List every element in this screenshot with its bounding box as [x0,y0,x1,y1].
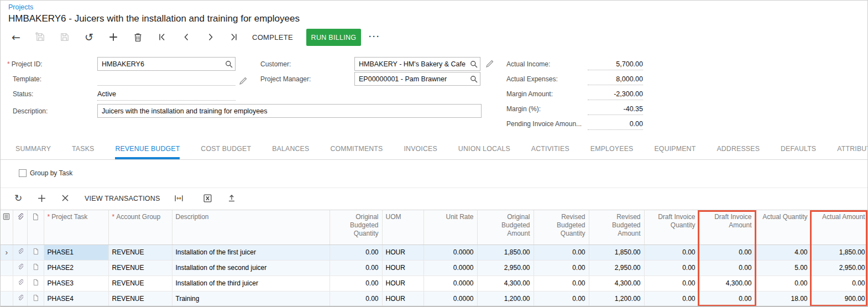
cell-original-budgeted-amount[interactable]: 2,950.00 [477,260,534,275]
tab-defaults[interactable]: DEFAULTS [781,139,816,159]
cell-project-task[interactable]: PHASE2 [44,260,108,275]
cell-draft-invoice-quantity[interactable]: 0.00 [644,260,699,275]
attachment-icon[interactable] [13,244,27,260]
cell-description[interactable]: Training [172,291,330,306]
column-header-original-budgeted-amount[interactable]: Original Budgeted Amount [477,210,534,244]
cell-project-task[interactable]: PHASE3 [44,275,108,291]
cell-original-budgeted-quantity[interactable]: 0.00 [330,291,382,306]
tab-invoices[interactable]: INVOICES [404,139,437,159]
cell-account-group[interactable]: REVENUE [108,244,172,260]
attachment-column-icon[interactable] [13,210,27,244]
tab-equipment[interactable]: EQUIPMENT [654,139,696,159]
cell-revised-budgeted-quantity[interactable]: 0.00 [534,275,589,291]
cell-revised-budgeted-quantity[interactable]: 0.00 [534,244,589,260]
column-header-actual-quantity[interactable]: Actual Quantity [755,210,811,244]
cell-actual-quantity[interactable]: 4.00 [755,244,811,260]
tab-union-locals[interactable]: UNION LOCALS [458,139,510,159]
cell-revised-budgeted-amount[interactable]: 4,300.00 [589,275,644,291]
column-header-uom[interactable]: UOM [382,210,423,244]
row-selector[interactable] [1,275,13,291]
column-header-draft-invoice-amount[interactable]: Draft Invoice Amount [699,210,755,244]
lookup-icon[interactable] [468,72,480,85]
row-settings-icon[interactable] [1,210,13,244]
project-id-input[interactable] [98,58,223,70]
complete-button[interactable]: COMPLETE [252,33,293,41]
cell-description[interactable]: Installation of the first juicer [172,244,330,260]
cell-actual-amount[interactable]: 900.00 [811,291,868,306]
attachment-icon[interactable] [13,260,27,275]
cell-draft-invoice-quantity[interactable]: 0.00 [644,291,699,306]
group-by-task-checkbox[interactable]: Group by Task [19,169,72,177]
cell-unit-rate[interactable]: 0.0000 [423,291,477,306]
save-and-close-icon[interactable] [34,30,47,44]
column-header-revised-budgeted-amount[interactable]: Revised Budgeted Amount [589,210,644,244]
go-next-icon[interactable] [204,30,217,44]
cell-actual-quantity[interactable]: 18.00 [755,291,811,306]
lookup-icon[interactable] [468,58,480,70]
column-header-revised-budgeted-quantity[interactable]: Revised Budgeted Quantity [534,210,589,244]
cell-draft-invoice-quantity[interactable]: 0.00 [644,244,699,260]
delete-row-icon[interactable] [59,191,72,205]
cell-revised-budgeted-amount[interactable]: 1,200.00 [589,291,644,306]
description-field[interactable] [97,104,482,118]
cell-revised-budgeted-quantity[interactable]: 0.00 [534,260,589,275]
checkbox-icon[interactable] [19,169,27,177]
cell-original-budgeted-quantity[interactable]: 0.00 [330,260,382,275]
cell-account-group[interactable]: REVENUE [108,291,172,306]
cell-unit-rate[interactable]: 0.0000 [423,244,477,260]
cell-project-task[interactable]: PHASE4 [44,291,108,306]
project-manager-input[interactable] [355,72,468,85]
tab-activities[interactable]: ACTIVITIES [531,139,569,159]
cell-revised-budgeted-quantity[interactable]: 0.00 [534,291,589,306]
cell-draft-invoice-amount[interactable]: 0.00 [699,291,755,306]
refresh-icon[interactable]: ↻ [12,191,25,205]
view-transactions-button[interactable]: VIEW TRANSACTIONS [85,195,160,202]
cell-actual-amount[interactable]: 0.00 [811,275,868,291]
cell-actual-amount[interactable]: 2,950.00 [811,260,868,275]
note-column-icon[interactable] [27,210,44,244]
attachment-icon[interactable] [13,291,27,306]
cell-account-group[interactable]: REVENUE [108,275,172,291]
row-selector[interactable]: › [1,244,13,260]
description-input[interactable] [98,105,481,117]
cell-draft-invoice-quantity[interactable]: 0.00 [644,275,699,291]
go-previous-icon[interactable] [180,30,193,44]
note-icon[interactable] [27,244,44,260]
tab-balances[interactable]: BALANCES [272,139,309,159]
column-header-description[interactable]: Description [172,210,330,244]
go-last-icon[interactable] [227,30,240,44]
cell-revised-budgeted-amount[interactable]: 2,950.00 [589,260,644,275]
cell-uom[interactable]: HOUR [382,244,423,260]
cell-original-budgeted-quantity[interactable]: 0.00 [330,275,382,291]
project-id-field[interactable] [97,57,236,71]
more-icon[interactable]: ··· [369,32,380,41]
column-header-unit-rate[interactable]: Unit Rate [423,210,477,244]
cell-draft-invoice-amount[interactable]: 0.00 [699,244,755,260]
project-manager-field[interactable] [354,72,480,86]
note-icon[interactable] [27,291,44,306]
column-header-draft-invoice-quantity[interactable]: Draft Invoice Quantity [644,210,699,244]
run-billing-button[interactable]: RUN BILLING [306,29,361,46]
cell-description[interactable]: Installation of the second juicer [172,260,330,275]
tab-addresses[interactable]: ADDRESSES [717,139,760,159]
note-icon[interactable] [27,260,44,275]
delete-icon[interactable] [131,30,144,44]
customer-field[interactable] [354,57,480,71]
note-icon[interactable] [27,275,44,291]
cell-draft-invoice-amount[interactable]: 0.00 [699,260,755,275]
template-field[interactable] [97,76,236,86]
cell-description[interactable]: Installation of the third juicer [172,275,330,291]
column-header-actual-amount[interactable]: Actual Amount [811,210,868,244]
cell-uom[interactable]: HOUR [382,260,423,275]
undo-icon[interactable]: ↺ [82,30,96,44]
column-header-account-group[interactable]: *Account Group [108,210,172,244]
fit-width-icon[interactable] [172,191,185,205]
upload-icon[interactable] [225,191,238,205]
tab-attributes[interactable]: ATTRIBUTES [837,139,868,159]
cell-project-task[interactable]: PHASE1 [44,244,108,260]
tab-commitments[interactable]: COMMITMENTS [330,139,383,159]
cell-actual-quantity[interactable]: 5.00 [755,260,811,275]
export-excel-icon[interactable] [201,191,214,205]
edit-pencil-icon[interactable] [238,76,248,86]
cell-original-budgeted-amount[interactable]: 1,850.00 [477,244,534,260]
